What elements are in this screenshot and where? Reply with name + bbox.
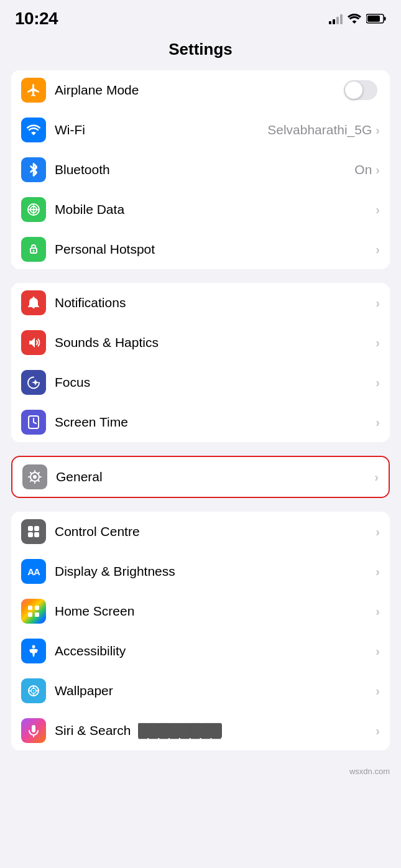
- general-icon: [22, 464, 47, 489]
- svg-point-13: [33, 475, 37, 479]
- screen-time-item[interactable]: Screen Time ›: [11, 402, 390, 442]
- screen-time-icon: [21, 410, 46, 435]
- connectivity-group: Airplane Mode Wi-Fi Selvabharathi_5G › B…: [11, 70, 390, 269]
- siri-search-label: Siri & Search ████████: [55, 723, 376, 738]
- display-brightness-chevron: ›: [376, 565, 380, 579]
- wifi-item[interactable]: Wi-Fi Selvabharathi_5G ›: [11, 110, 390, 150]
- control-centre-item[interactable]: Control Centre ›: [11, 512, 390, 552]
- bluetooth-icon: [21, 157, 46, 182]
- status-time: 10:24: [15, 9, 58, 29]
- focus-chevron: ›: [376, 376, 380, 390]
- sounds-haptics-chevron: ›: [376, 336, 380, 350]
- mobile-data-chevron: ›: [376, 203, 380, 217]
- svg-rect-22: [35, 612, 39, 617]
- signal-bars-icon: [329, 13, 343, 24]
- notifications-chevron: ›: [376, 296, 380, 310]
- sounds-haptics-icon: [21, 330, 46, 355]
- focus-item[interactable]: Focus ›: [11, 362, 390, 402]
- display-brightness-icon: AA: [21, 559, 46, 584]
- battery-status-icon: [366, 14, 386, 24]
- general-item[interactable]: General ›: [12, 457, 389, 497]
- wallpaper-item[interactable]: Wallpaper ›: [11, 671, 390, 711]
- home-screen-item[interactable]: Home Screen ›: [11, 591, 390, 631]
- notifications-icon: [21, 290, 46, 315]
- control-centre-icon: [21, 519, 46, 544]
- svg-marker-11: [29, 338, 35, 348]
- display-brightness-item[interactable]: AA Display & Brightness ›: [11, 552, 390, 591]
- bluetooth-item[interactable]: Bluetooth On ›: [11, 150, 390, 190]
- general-label: General: [56, 469, 374, 484]
- svg-rect-18: [34, 532, 39, 537]
- airplane-mode-label: Airplane Mode: [55, 83, 344, 98]
- siri-icon: [21, 718, 46, 743]
- svg-rect-19: [28, 606, 32, 610]
- screen-time-label: Screen Time: [55, 415, 376, 430]
- focus-label: Focus: [55, 375, 376, 390]
- wifi-value: Selvabharathi_5G: [267, 122, 372, 137]
- svg-rect-15: [28, 526, 33, 531]
- bluetooth-chevron: ›: [376, 163, 380, 177]
- notifications-label: Notifications: [55, 295, 376, 310]
- siri-search-item[interactable]: Siri & Search ████████ ›: [11, 711, 390, 750]
- svg-rect-31: [32, 725, 35, 732]
- display-group: Control Centre › AA Display & Brightness…: [11, 512, 390, 750]
- bluetooth-value: On: [354, 162, 372, 177]
- svg-point-26: [33, 690, 34, 691]
- home-screen-label: Home Screen: [55, 604, 376, 619]
- accessibility-item[interactable]: Accessibility ›: [11, 631, 390, 671]
- airplane-mode-toggle[interactable]: [344, 80, 377, 100]
- home-screen-icon: [21, 599, 46, 624]
- svg-point-9: [33, 250, 35, 252]
- home-screen-chevron: ›: [376, 604, 380, 619]
- airplane-mode-item[interactable]: Airplane Mode: [11, 70, 390, 110]
- wallpaper-icon: [21, 678, 46, 703]
- general-chevron: ›: [374, 470, 379, 484]
- sounds-haptics-label: Sounds & Haptics: [55, 335, 376, 350]
- notifications-item[interactable]: Notifications ›: [11, 283, 390, 323]
- bluetooth-label: Bluetooth: [55, 162, 354, 177]
- control-centre-label: Control Centre: [55, 524, 376, 539]
- page-title: Settings: [0, 34, 401, 70]
- sounds-haptics-item[interactable]: Sounds & Haptics ›: [11, 323, 390, 362]
- svg-rect-20: [35, 606, 39, 610]
- svg-rect-21: [28, 612, 32, 617]
- general-group: General ›: [11, 456, 390, 498]
- focus-icon: [21, 370, 46, 395]
- wifi-icon: [21, 118, 46, 142]
- accessibility-label: Accessibility: [55, 644, 376, 658]
- wallpaper-label: Wallpaper: [55, 683, 376, 698]
- svg-rect-17: [28, 532, 33, 537]
- personal-hotspot-label: Personal Hotspot: [55, 242, 376, 257]
- accessibility-chevron: ›: [376, 644, 380, 658]
- watermark: wsxdn.com: [0, 764, 401, 781]
- wallpaper-chevron: ›: [376, 684, 380, 698]
- personal-hotspot-icon: [21, 237, 46, 262]
- spacer: [0, 498, 401, 512]
- siri-search-chevron: ›: [376, 724, 380, 738]
- notifications-group: Notifications › Sounds & Haptics › Focus…: [11, 283, 390, 442]
- svg-point-23: [32, 645, 35, 649]
- screen-time-chevron: ›: [376, 415, 380, 430]
- svg-rect-16: [34, 526, 39, 531]
- wifi-label: Wi-Fi: [55, 122, 267, 137]
- svg-rect-1: [384, 17, 386, 21]
- mobile-data-item[interactable]: Mobile Data ›: [11, 190, 390, 229]
- wifi-chevron: ›: [376, 123, 380, 137]
- mobile-data-icon: [21, 197, 46, 222]
- accessibility-icon: [21, 639, 46, 663]
- airplane-mode-icon: [21, 78, 46, 103]
- personal-hotspot-chevron: ›: [376, 242, 380, 257]
- control-centre-chevron: ›: [376, 525, 380, 539]
- svg-rect-2: [367, 16, 380, 22]
- personal-hotspot-item[interactable]: Personal Hotspot ›: [11, 229, 390, 269]
- wifi-status-icon: [348, 13, 361, 24]
- mobile-data-label: Mobile Data: [55, 202, 376, 217]
- status-icons: [329, 13, 386, 24]
- status-bar: 10:24: [0, 0, 401, 34]
- display-brightness-label: Display & Brightness: [55, 564, 376, 579]
